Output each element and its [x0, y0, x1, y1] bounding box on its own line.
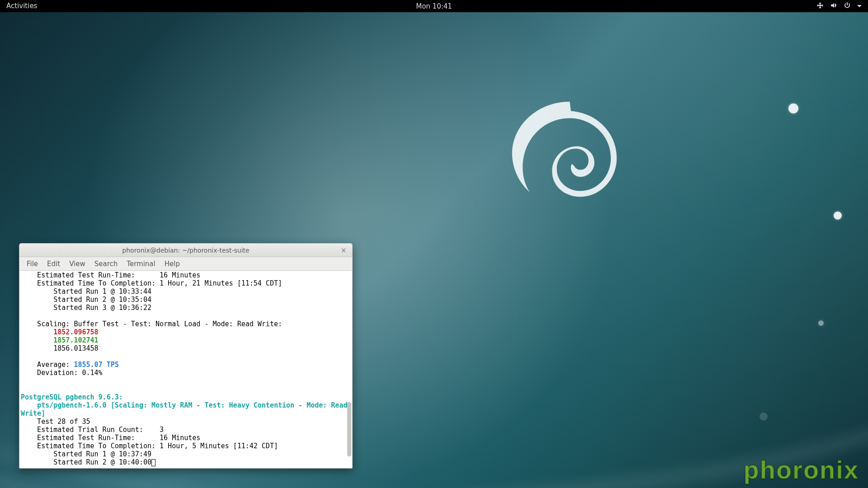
window-title: phoronix@debian: ~/phoronix-test-suite — [19, 247, 352, 254]
network-icon[interactable] — [816, 2, 824, 11]
term-value-max: 1857.102741 — [53, 336, 98, 344]
menu-search[interactable]: Search — [90, 258, 123, 270]
term-line: Started Run 1 @ 10:37:49 — [21, 450, 151, 458]
terminal-output[interactable]: Estimated Test Run-Time: 16 Minutes Esti… — [20, 271, 352, 468]
term-test-subheader: Write] — [21, 409, 45, 418]
term-value-average: 1855.07 TPS — [74, 361, 118, 369]
scrollbar-thumb[interactable] — [347, 402, 351, 456]
menu-file[interactable]: File — [22, 258, 42, 270]
menu-terminal[interactable]: Terminal — [122, 258, 160, 270]
volume-icon[interactable] — [830, 2, 837, 11]
terminal-scrollbar[interactable] — [346, 271, 352, 468]
term-line: Estimated Test Run-Time: 16 Minutes — [21, 271, 200, 279]
top-panel: Activities Mon 10:41 — [0, 0, 868, 12]
menu-help[interactable]: Help — [160, 258, 184, 270]
term-line: Estimated Time To Completion: 1 Hour, 5 … — [21, 442, 278, 450]
term-line: Estimated Trial Run Count: 3 — [21, 426, 164, 434]
terminal-window: phoronix@debian: ~/phoronix-test-suite ×… — [19, 243, 353, 469]
term-line: Scaling: Buffer Test - Test: Normal Load… — [21, 320, 282, 328]
wallpaper-bokeh — [760, 413, 768, 421]
term-line: Test 28 of 35 — [21, 418, 90, 426]
term-test-header: PostgreSQL pgbench 9.6.3: — [21, 393, 123, 401]
terminal-cursor — [151, 459, 156, 466]
wallpaper-bokeh — [788, 103, 798, 113]
terminal-viewport[interactable]: Estimated Test Run-Time: 16 Minutes Esti… — [20, 271, 352, 468]
term-value-min: 1852.096758 — [53, 328, 98, 336]
phoronix-watermark: phoronix — [743, 455, 859, 484]
menu-bar: File Edit View Search Terminal Help — [19, 257, 352, 271]
activities-button[interactable]: Activities — [0, 0, 43, 12]
term-line — [21, 336, 53, 344]
term-line: Deviation: 0.14% — [21, 369, 103, 377]
term-line — [21, 328, 53, 336]
wallpaper-bokeh — [834, 211, 842, 220]
term-line: Started Run 3 @ 10:36:22 — [21, 304, 151, 312]
term-line: Average: — [21, 361, 74, 369]
term-line: Estimated Test Run-Time: 16 Minutes — [21, 434, 200, 442]
term-test-subheader: pts/pgbench-1.6.0 [Scaling: Mostly RAM -… — [37, 401, 351, 409]
window-close-button[interactable]: × — [340, 246, 348, 254]
debian-swirl-icon — [509, 102, 626, 219]
power-icon[interactable] — [844, 2, 851, 11]
term-line — [21, 401, 37, 409]
term-line: Started Run 1 @ 10:33:44 — [21, 287, 151, 296]
term-line: Estimated Time To Completion: 1 Hour, 21… — [21, 279, 282, 287]
panel-clock[interactable]: Mon 10:41 — [0, 2, 868, 10]
menu-edit[interactable]: Edit — [42, 258, 65, 270]
menu-view[interactable]: View — [65, 258, 90, 270]
window-titlebar[interactable]: phoronix@debian: ~/phoronix-test-suite × — [19, 244, 352, 257]
term-line: Started Run 2 @ 10:35:04 — [21, 296, 151, 304]
term-line: Started Run 2 @ 10:40:00 — [21, 458, 151, 466]
system-menu-chevron-icon[interactable] — [857, 2, 862, 10]
term-line: 1856.013458 — [21, 344, 99, 352]
wallpaper-bokeh — [818, 320, 824, 326]
